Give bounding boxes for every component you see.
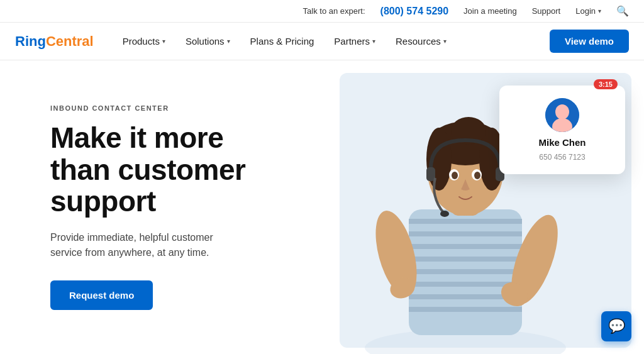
resources-chevron-icon: ▾ xyxy=(443,38,447,45)
call-card-avatar xyxy=(545,98,579,132)
svg-rect-9 xyxy=(409,307,522,312)
nav-partners[interactable]: Partners ▾ xyxy=(325,31,384,52)
join-meeting-link[interactable]: Join a meeting xyxy=(464,6,517,16)
svg-point-21 xyxy=(474,172,480,179)
login-button[interactable]: Login ▾ xyxy=(575,6,601,16)
nav-resources[interactable]: Resources ▾ xyxy=(387,31,455,52)
svg-rect-6 xyxy=(409,269,522,274)
nav-items: Products ▾ Solutions ▾ Plans & Pricing P… xyxy=(114,31,550,52)
nav-products[interactable]: Products ▾ xyxy=(114,31,174,52)
partners-chevron-icon: ▾ xyxy=(372,38,375,45)
call-timer: 3:15 xyxy=(594,79,618,89)
solutions-chevron-icon: ▾ xyxy=(227,38,230,45)
chat-icon: 💬 xyxy=(608,318,625,335)
call-card-phone: 650 456 7123 xyxy=(539,153,585,162)
top-bar: Talk to an expert: (800) 574 5290 Join a… xyxy=(0,0,644,23)
phone-number-link[interactable]: (800) 574 5290 xyxy=(380,6,449,17)
svg-rect-4 xyxy=(409,244,522,249)
svg-point-20 xyxy=(452,172,458,179)
svg-rect-3 xyxy=(409,231,522,236)
logo[interactable]: RingCentral xyxy=(15,33,94,50)
hero-subtext: Provide immediate, helpful customer serv… xyxy=(50,230,264,260)
products-chevron-icon: ▾ xyxy=(162,38,165,45)
view-demo-button[interactable]: View demo xyxy=(550,30,629,53)
hero-heading: Make it more than customer support xyxy=(50,122,297,218)
logo-central: Central xyxy=(46,33,94,50)
search-icon[interactable]: 🔍 xyxy=(616,5,629,17)
talk-to-expert-text: Talk to an expert: xyxy=(303,6,365,16)
request-demo-button[interactable]: Request demo xyxy=(50,280,153,310)
hero-eyebrow: INBOUND CONTACT CENTER xyxy=(50,104,297,112)
main-nav: RingCentral Products ▾ Solutions ▾ Plans… xyxy=(0,23,644,60)
logo-ring: Ring xyxy=(15,33,46,50)
svg-rect-2 xyxy=(409,219,522,224)
hero-right-image: 3:15 Mike Chen 650 456 7123 xyxy=(327,60,644,354)
nav-solutions[interactable]: Solutions ▾ xyxy=(177,31,239,52)
svg-point-24 xyxy=(440,211,449,217)
support-link[interactable]: Support xyxy=(532,6,561,16)
call-card-name: Mike Chen xyxy=(538,137,586,148)
svg-rect-5 xyxy=(409,257,522,262)
call-card: 3:15 Mike Chen 650 456 7123 xyxy=(499,86,625,174)
login-chevron-icon: ▾ xyxy=(598,8,601,14)
hero-left-content: INBOUND CONTACT CENTER Make it more than… xyxy=(0,60,327,354)
hero-section: INBOUND CONTACT CENTER Make it more than… xyxy=(0,60,644,354)
nav-plans-pricing[interactable]: Plans & Pricing xyxy=(242,31,323,52)
svg-point-28 xyxy=(555,104,569,119)
chat-widget[interactable]: 💬 xyxy=(601,311,631,341)
